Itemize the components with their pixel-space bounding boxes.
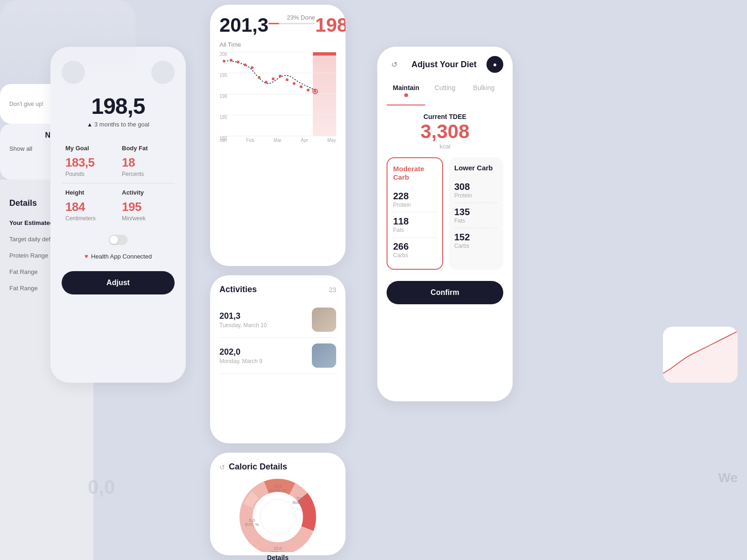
activity-item-1[interactable]: 201,3 Tuesday, March 10 [219, 302, 336, 338]
chart-progress: 23% Done [268, 14, 315, 24]
x-label-mar: Mar [274, 138, 282, 143]
diet-settings-button[interactable]: ● [486, 56, 503, 73]
diet-refresh-icon[interactable]: ↺ [387, 57, 402, 72]
diet-title: Adjust Your Diet [411, 60, 476, 70]
tab-maintain[interactable]: Maintain [387, 80, 425, 95]
svg-point-14 [314, 91, 317, 93]
lower-protein-label: Protein [454, 192, 498, 199]
body-fat-cell: Body Fat 18 Percents [118, 139, 175, 183]
tdee-label: Current TDEE [387, 113, 503, 120]
stats-grid: My Goal 183,5 Pounds Body Fat 18 Percent… [62, 139, 175, 227]
panel-chart-svg [663, 327, 738, 383]
donut-svg: 70,0 BMR, % 15,0 NEAT, % 10,0 TEF, % 5,0… [236, 477, 320, 552]
moderate-carb-card: Moderate Carb 228 Protein 118 Fats 266 C… [387, 157, 443, 270]
heart-icon: ♥ [85, 252, 88, 260]
height-value: 184 [65, 200, 114, 214]
svg-point-1 [230, 59, 233, 62]
deco-circle-right [151, 61, 175, 84]
moderate-carbs-value: 266 [393, 241, 437, 252]
my-goal-cell: My Goal 183,5 Pounds [62, 139, 118, 183]
activity-cell: Activity 195 Min/week [118, 183, 175, 227]
moderate-protein-value: 228 [393, 191, 437, 202]
show-all-button[interactable]: Show all [9, 145, 32, 152]
activity-label: Activity [122, 189, 171, 196]
moderate-protein-row: 228 Protein [393, 187, 437, 212]
progress-fill [268, 23, 279, 24]
body-fat-label: Body Fat [122, 145, 171, 152]
x-label-feb: Feb [246, 138, 254, 143]
x-label-may: May [327, 138, 336, 143]
lower-carbs-label: Carbs [454, 243, 498, 249]
left-phone-card: 198,5 ▲ 3 months to the goal My Goal 183… [50, 47, 186, 383]
mountain-icon: ▲ [87, 121, 92, 128]
bottom-weight-display: 0,0 [88, 476, 115, 498]
svg-point-8 [279, 75, 282, 77]
tdee-section: Current TDEE 3,308 kcal [387, 113, 503, 150]
height-unit: Centimeters [65, 215, 114, 222]
svg-text:EAT, %: EAT, % [246, 522, 259, 527]
my-goal-unit: Pounds [65, 171, 114, 177]
confirm-button[interactable]: Confirm [387, 281, 503, 304]
progress-pct: 23% Done [268, 14, 315, 21]
svg-point-5 [258, 76, 261, 79]
x-label-apr: Apr [301, 138, 308, 143]
my-goal-value: 183,5 [65, 155, 114, 170]
svg-point-9 [286, 78, 289, 81]
chart-card: 201,3 23% Done 198,5 All Time 200 195 19… [210, 5, 345, 266]
lower-carb-title: Lower Carb [454, 164, 498, 172]
activity-info-2: 202,0 Monday, March 9 [219, 347, 262, 364]
moderate-carbs-label: Carbs [393, 252, 437, 259]
svg-text:BMR, %: BMR, % [292, 500, 308, 505]
caloric-title: Caloric Details [229, 462, 287, 472]
svg-point-2 [237, 61, 240, 63]
lower-carbs-value: 152 [454, 232, 498, 243]
goal-text: 3 months to the goal [94, 121, 149, 128]
activities-count: 23 [329, 286, 336, 294]
svg-text:TEF, %: TEF, % [271, 550, 284, 552]
panel-chart-peek [663, 327, 738, 383]
goal-subtitle: ▲ 3 months to the goal [87, 121, 149, 128]
activities-header: Activities 23 [219, 285, 336, 294]
macro-cards: Moderate Carb 228 Protein 118 Fats 266 C… [387, 157, 503, 270]
moderate-fats-row: 118 Fats [393, 212, 437, 238]
tab-cutting[interactable]: Cutting [425, 80, 464, 95]
my-goal-label: My Goal [65, 145, 114, 152]
lower-carbs-row: 152 Carbs [454, 228, 498, 253]
toggle-pill[interactable] [109, 235, 127, 245]
activity-info-1: 201,3 Tuesday, March 10 [219, 311, 267, 329]
caloric-refresh-icon[interactable]: ↺ [219, 463, 225, 471]
body-fat-value: 18 [122, 155, 171, 170]
svg-point-6 [265, 81, 268, 84]
x-axis: Jan Feb Mar Apr May [219, 136, 336, 145]
avatar-body-2 [312, 343, 336, 368]
progress-track [268, 23, 315, 24]
activity-value: 195 [122, 200, 171, 214]
activity-weight-2: 202,0 [219, 347, 262, 357]
tab-bulking[interactable]: Bulking [465, 80, 503, 95]
activities-title: Activities [219, 285, 257, 294]
toggle-knob [110, 236, 118, 244]
svg-point-11 [300, 85, 303, 88]
diet-tabs: Maintain Cutting Bulking [387, 80, 503, 95]
svg-point-4 [251, 66, 254, 69]
activity-avatar-2 [312, 343, 336, 368]
svg-point-7 [272, 77, 275, 80]
toggle-row [109, 235, 127, 245]
chart-header: 201,3 23% Done 198,5 [219, 14, 336, 36]
moderate-protein-label: Protein [393, 202, 437, 208]
left-card-reflection [0, 0, 135, 84]
activity-date-1: Tuesday, March 10 [219, 322, 267, 329]
caloric-title-row: ↺ Caloric Details [219, 462, 336, 472]
adjust-button[interactable]: Adjust [62, 271, 175, 294]
chart-main-value: 201,3 [219, 14, 268, 36]
chart-weight-main: 201,3 [219, 14, 268, 36]
chart-time-label: All Time [219, 41, 336, 48]
diet-card: ↺ Adjust Your Diet ● Maintain Cutting Bu… [377, 47, 513, 401]
chart-svg [219, 52, 336, 136]
grid-label-180: 180 [219, 136, 227, 141]
tdee-value: 3,308 [387, 120, 503, 143]
panel-we-text: We [719, 470, 738, 485]
health-text: Health App Connected [91, 253, 152, 260]
activity-item-2[interactable]: 202,0 Monday, March 9 [219, 338, 336, 374]
trophy-subtitle: Don't give up! [9, 101, 43, 107]
